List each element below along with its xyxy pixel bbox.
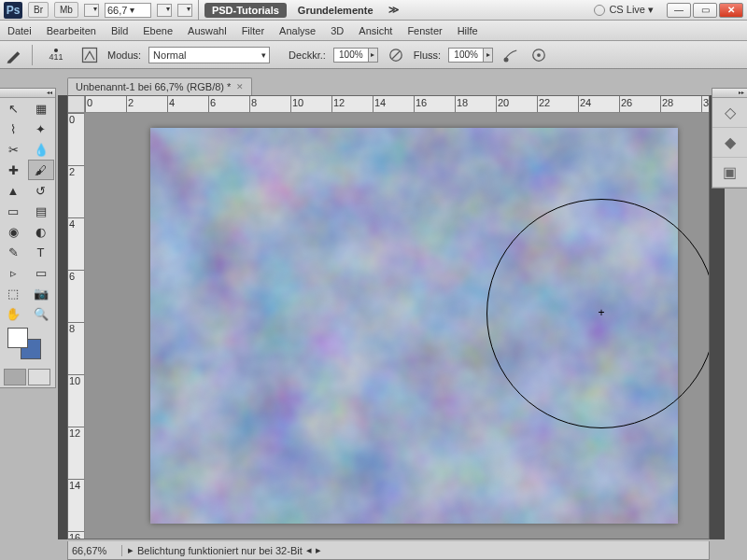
ruler-v-tick: 12 <box>68 427 84 439</box>
ruler-h-tick: 20 <box>496 96 509 112</box>
minimize-button[interactable]: — <box>667 3 691 18</box>
tool-gradient[interactable]: ▤ <box>28 201 54 221</box>
tool-hand[interactable]: ✋ <box>0 303 26 324</box>
flow-flyout[interactable]: ▸ <box>484 48 493 63</box>
menu-bearbeiten[interactable]: Bearbeiten <box>47 25 96 36</box>
cs-live[interactable]: CS Live ▾ <box>594 4 654 16</box>
foreground-color-swatch[interactable] <box>7 328 28 348</box>
ruler-h-tick: 10 <box>290 96 303 112</box>
document-tab[interactable]: Unbenannt-1 bei 66,7% (RGB/8) * ✕ <box>67 77 252 95</box>
ruler-v-tick: 10 <box>68 374 84 386</box>
brush-preset-picker[interactable]: 411 <box>40 49 72 62</box>
tool-blur[interactable]: ◉ <box>0 221 26 242</box>
close-button[interactable]: ✕ <box>719 3 743 18</box>
toolbox-collapse[interactable] <box>0 89 55 98</box>
tool-crop[interactable]: ✂ <box>0 139 26 160</box>
menu-ebene[interactable]: Ebene <box>143 25 173 36</box>
layers-panel-icon[interactable]: ◇ <box>712 98 747 128</box>
workspace-pill[interactable]: Grundelemente <box>292 3 379 18</box>
maximize-button[interactable]: ▭ <box>693 3 717 18</box>
svg-rect-7 <box>150 128 678 524</box>
tool-lasso[interactable]: ⌇ <box>0 119 26 139</box>
menu-fenster[interactable]: Fenster <box>407 25 442 36</box>
canvas[interactable] <box>150 128 678 524</box>
menu-analyse[interactable]: Analyse <box>279 25 316 36</box>
blend-mode-select[interactable]: Normal <box>148 47 270 63</box>
bridge-button[interactable]: Br <box>28 2 49 18</box>
extras-dropdown[interactable] <box>177 4 192 17</box>
menu-3d[interactable]: 3D <box>331 25 344 36</box>
workspace-more[interactable]: ≫ <box>385 4 403 16</box>
separator <box>198 0 199 21</box>
tablet-opacity-toggle[interactable] <box>386 45 406 65</box>
airbrush-toggle[interactable] <box>500 45 521 65</box>
menu-auswahl[interactable]: Auswahl <box>188 25 227 36</box>
tool-3d[interactable]: ⬚ <box>0 283 26 303</box>
status-scrub-right[interactable]: ▸ <box>316 544 321 556</box>
tool-pen[interactable]: ✎ <box>0 242 26 262</box>
ruler-vertical[interactable]: 0246810121416 <box>68 113 85 539</box>
status-arrow-icon[interactable]: ▸ <box>128 544 134 556</box>
tool-type[interactable]: T <box>28 242 54 262</box>
tool-3d-cam[interactable]: 📷 <box>28 283 54 303</box>
menu-ansicht[interactable]: Ansicht <box>359 25 392 36</box>
cs-live-icon <box>594 5 605 16</box>
svg-point-2 <box>504 57 509 62</box>
app-logo: Ps <box>4 2 22 19</box>
ruler-h-tick: 8 <box>249 96 257 112</box>
adjustments-panel-icon[interactable]: ▣ <box>712 158 747 188</box>
ruler-h-tick: 18 <box>455 96 468 112</box>
window-controls: — ▭ ✕ <box>667 3 743 18</box>
ruler-horizontal[interactable]: 024681012141618202224262830 <box>85 96 709 113</box>
viewport[interactable] <box>85 113 709 539</box>
quickmask-mode-button[interactable] <box>28 369 50 385</box>
ruler-h-tick: 6 <box>208 96 216 112</box>
tool-move[interactable]: ↖ <box>0 98 26 119</box>
tool-shape[interactable]: ▭ <box>28 262 54 283</box>
tablet-size-toggle[interactable] <box>529 45 549 65</box>
status-zoom[interactable]: 66,67% <box>68 545 122 556</box>
arrange-docs-dropdown[interactable] <box>84 4 99 17</box>
ruler-h-tick: 14 <box>373 96 386 112</box>
panel-dock-collapse[interactable] <box>712 89 747 98</box>
status-scrub-left[interactable]: ◂ <box>306 544 312 556</box>
cs-live-label: CS Live ▾ <box>609 4 654 16</box>
opacity-input[interactable]: 100% <box>333 48 369 63</box>
tool-wand[interactable]: ✦ <box>28 119 54 139</box>
color-swatches[interactable] <box>0 324 55 367</box>
menu-datei[interactable]: Datei <box>7 25 32 36</box>
ruler-h-tick: 22 <box>537 96 550 112</box>
flow-input[interactable]: 100% <box>448 48 484 63</box>
menu-hilfe[interactable]: Hilfe <box>458 25 478 36</box>
tool-dodge[interactable]: ◐ <box>28 221 54 242</box>
menu-filter[interactable]: Filter <box>242 25 264 36</box>
tool-marquee[interactable]: ▦ <box>28 98 54 119</box>
tool-brush[interactable]: 🖌 <box>28 160 54 180</box>
tool-preset-picker[interactable] <box>4 45 24 65</box>
tool-history[interactable]: ↺ <box>28 180 54 201</box>
close-tab-icon[interactable]: ✕ <box>236 82 244 91</box>
ruler-h-tick: 16 <box>414 96 427 112</box>
ruler-v-tick: 4 <box>68 217 84 230</box>
workspace-pill-active[interactable]: PSD-Tutorials <box>204 3 287 18</box>
tool-zoom[interactable]: 🔍 <box>28 303 54 324</box>
ruler-origin[interactable] <box>68 96 85 113</box>
channels-panel-icon[interactable]: ◆ <box>712 128 747 158</box>
zoom-combo[interactable]: 66,7 ▾ <box>105 3 151 18</box>
tool-path-sel[interactable]: ▹ <box>0 262 26 283</box>
minibridge-button[interactable]: Mb <box>54 2 78 18</box>
brush-panel-toggle[interactable] <box>79 45 100 65</box>
title-bar: Ps Br Mb 66,7 ▾ PSD-Tutorials Grundeleme… <box>0 0 747 21</box>
menu-bild[interactable]: Bild <box>111 25 128 36</box>
dock-strip-left <box>58 95 67 539</box>
ruler-v-tick: 8 <box>68 322 84 334</box>
tool-stamp[interactable]: ▲ <box>0 180 26 201</box>
opacity-flyout[interactable]: ▸ <box>369 48 378 63</box>
standard-mode-button[interactable] <box>4 369 26 385</box>
menu-bar: Datei Bearbeiten Bild Ebene Auswahl Filt… <box>0 21 747 41</box>
screen-mode-dropdown[interactable] <box>157 4 172 17</box>
tool-eyedropper[interactable]: 💧 <box>28 139 54 160</box>
tool-healing[interactable]: ✚ <box>0 160 26 180</box>
ruler-h-tick: 28 <box>660 96 673 112</box>
tool-eraser[interactable]: ▭ <box>0 201 26 221</box>
